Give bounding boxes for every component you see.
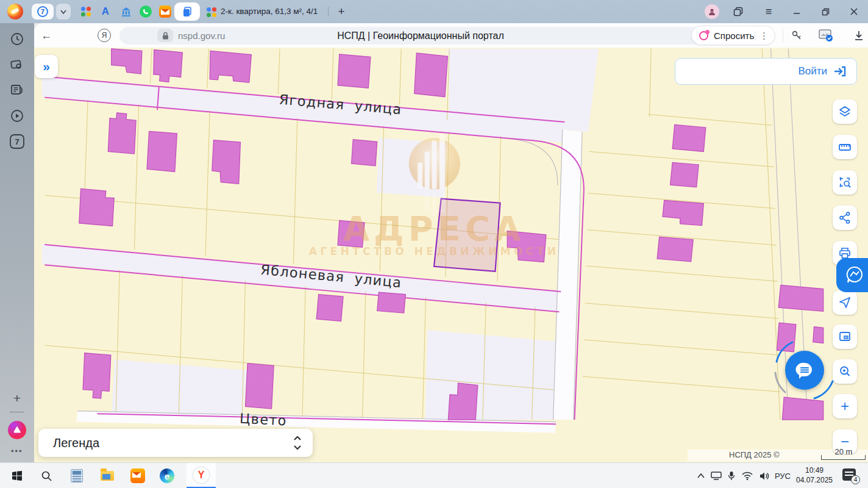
address-bar[interactable]: nspd.gov.ru НСПД | Геоинформационный пор… [119, 27, 722, 45]
tray-date: 04.07.2025 [792, 475, 836, 485]
tab-favicon-icon [207, 7, 216, 17]
passwords-button[interactable] [789, 28, 805, 43]
tab-separator [328, 7, 329, 16]
legend-panel[interactable]: Легенда [38, 429, 313, 457]
share-icon [838, 211, 852, 224]
taskbar-yandex-browser-active[interactable]: Y [187, 463, 216, 488]
ask-separator [755, 31, 755, 41]
notification-badge: 4 [851, 475, 860, 484]
microphone-icon [728, 471, 735, 481]
empty-parcel-topright [447, 49, 599, 132]
expand-panel-button[interactable]: » [35, 55, 58, 78]
mail-icon [159, 5, 171, 18]
yandex-search-button[interactable]: Я [98, 29, 111, 42]
video-button[interactable] [9, 107, 26, 124]
search-icon [41, 470, 52, 482]
tabs-copy-icon [733, 7, 743, 16]
tray-language[interactable]: РУС [773, 463, 792, 488]
chevron-down-icon [60, 10, 66, 14]
taskbar-edge[interactable]: e [154, 463, 180, 488]
taskbar-search-button[interactable] [33, 463, 60, 488]
wallet-card-button[interactable] [818, 28, 834, 43]
back-button[interactable]: ← [38, 23, 55, 48]
pinned-tab-a[interactable]: A [98, 4, 113, 20]
taskbar-mail[interactable] [124, 463, 151, 488]
chat-button[interactable] [785, 351, 824, 390]
tab-group-expand[interactable] [56, 4, 71, 20]
new-tab-button[interactable]: + [334, 4, 349, 19]
edge-icon: e [160, 468, 174, 483]
downloads-button[interactable] [851, 28, 867, 43]
chat-widget[interactable] [772, 337, 838, 403]
history-button[interactable] [9, 30, 26, 48]
share-button[interactable] [833, 206, 857, 230]
sidebar-more-button[interactable]: ••• [11, 447, 23, 456]
ruler-icon [838, 140, 852, 154]
attribution-text: НСПД 2025 © [729, 450, 780, 459]
layers-button[interactable] [833, 99, 857, 124]
sidebar-add-button[interactable]: + [10, 391, 24, 406]
chevron-up-icon [697, 473, 705, 478]
tray-volume[interactable] [756, 463, 773, 488]
area-search-icon [838, 176, 852, 189]
tray-clock[interactable]: 10:49 04.07.2025 [792, 465, 836, 485]
measure-button[interactable] [833, 135, 857, 159]
feed-button[interactable] [9, 82, 26, 99]
folder-icon [101, 471, 114, 481]
browser-menu-button[interactable]: ≡ [761, 4, 777, 19]
alice-button[interactable] [8, 421, 26, 439]
taskbar-app-document[interactable] [63, 463, 90, 488]
feedback-widget[interactable] [836, 258, 868, 292]
browser-sidebar: 7 + ••• [0, 23, 34, 462]
profile-avatar[interactable] [705, 4, 719, 19]
minimap-icon [838, 330, 852, 343]
tab-group-count: 7 [37, 6, 48, 17]
pinned-tab-services[interactable] [78, 4, 94, 20]
clock-icon [10, 32, 24, 46]
tray-cast[interactable] [708, 463, 724, 488]
whatsapp-icon [140, 5, 152, 18]
pinned-tab-bank[interactable] [118, 4, 134, 20]
tab-group-seven-button[interactable]: 7 [9, 133, 26, 150]
geolocation-button[interactable] [833, 290, 857, 315]
map-canvas[interactable]: АДРЕСА АГЕНТСТВО НЕДВИЖИМОСТИ Ягодная ул… [0, 48, 868, 462]
map-bubble-icon [845, 266, 864, 284]
tab-group-chip[interactable]: 7 [32, 4, 54, 20]
windows-taskbar: e Y [0, 462, 868, 488]
plus-icon: + [13, 391, 21, 406]
pinned-tab-mail[interactable] [157, 4, 173, 20]
ask-more-button[interactable]: ⋮ [760, 26, 769, 46]
screenshot-button[interactable] [9, 56, 26, 73]
search-pin-icon [838, 365, 852, 378]
pinned-tab-whatsapp[interactable] [138, 4, 154, 20]
taskbar-file-explorer[interactable] [94, 463, 121, 488]
tab-title[interactable]: 2-к. квартира, 61,3 м², 4/1 [221, 0, 322, 23]
restore-button[interactable] [817, 4, 833, 19]
tabs-overview-button[interactable] [730, 4, 746, 19]
empty-parcel-bottomcenter [425, 330, 558, 420]
legend-label: Легенда [53, 429, 99, 457]
seven-square-icon: 7 [9, 134, 25, 149]
menu-icon: ≡ [766, 5, 772, 18]
area-search-button[interactable] [833, 170, 857, 195]
active-pinned-tab[interactable] [174, 2, 200, 21]
browser-logo-icon[interactable] [7, 4, 23, 20]
ask-label: Спросить [714, 26, 754, 46]
minimize-button[interactable] [789, 4, 805, 19]
watermark-subtitle: АГЕНТСТВО НЕДВИЖИМОСТИ [309, 245, 560, 257]
start-button[interactable] [4, 463, 30, 488]
watermark-title: АДРЕСА [343, 209, 525, 248]
card-check-icon [819, 29, 833, 42]
download-icon [854, 30, 864, 41]
yandex-browser-icon: Y [193, 467, 209, 483]
scale-bar [821, 455, 866, 460]
close-button[interactable] [846, 4, 862, 19]
tray-wifi[interactable] [739, 463, 756, 488]
toolbar-separator [783, 29, 783, 42]
login-bar[interactable]: Войти [675, 58, 857, 85]
tray-hidden-icons[interactable] [694, 463, 708, 488]
location-arrow-icon [838, 296, 852, 309]
ask-alice-chip[interactable]: Спросить ⋮ [691, 26, 775, 45]
legend-collapse-icon[interactable] [293, 434, 302, 451]
tray-microphone[interactable] [724, 463, 739, 488]
